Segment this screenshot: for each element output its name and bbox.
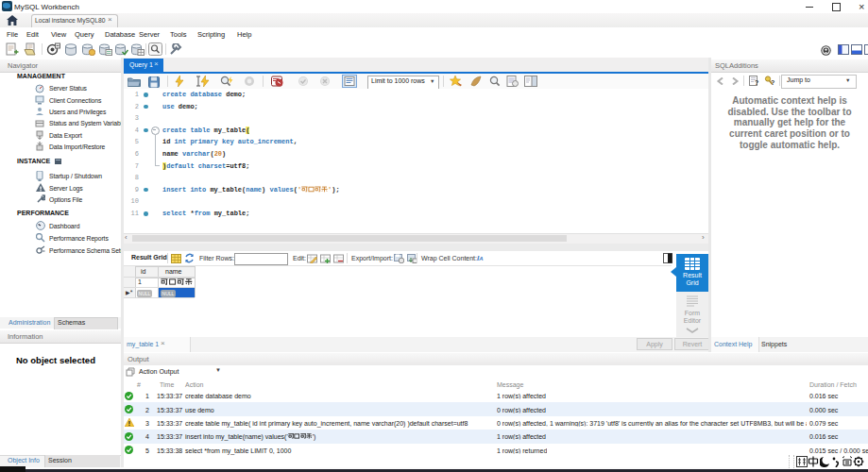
svg-text:?: ? [771, 79, 774, 86]
svg-text:?: ? [755, 79, 758, 86]
